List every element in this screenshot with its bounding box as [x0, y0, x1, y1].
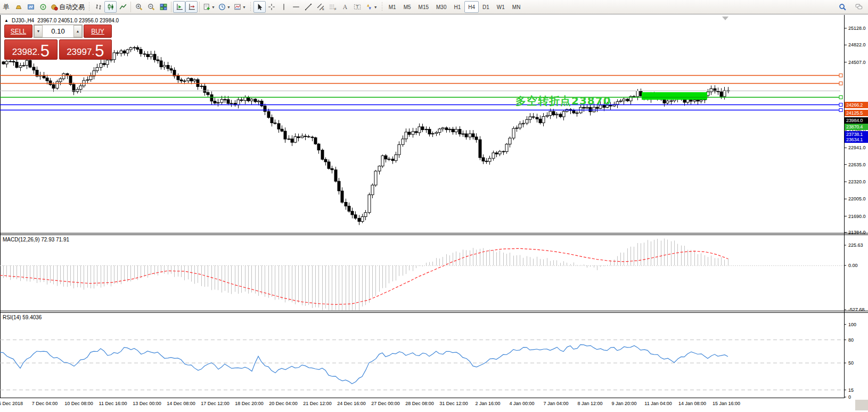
time-axis-label: 7 Dec 04:00	[32, 401, 58, 406]
chat-button[interactable]	[853, 1, 865, 13]
templates-button[interactable]: ▼	[232, 1, 248, 13]
rsi-axis-tick: 80	[848, 337, 854, 343]
time-axis-label: 7 Jan 04:00	[543, 401, 568, 406]
sell-button[interactable]: SELL	[4, 25, 32, 38]
chart-candles-button[interactable]	[104, 1, 117, 13]
autotrading-button[interactable]: 自动交易	[49, 1, 86, 13]
vertical-line-button[interactable]	[278, 1, 290, 13]
price-axis-tick: 21384.0	[848, 230, 866, 235]
price-axis-tick: 22005.0	[848, 196, 866, 201]
crosshair-button[interactable]	[266, 1, 278, 13]
arrows-icon	[365, 3, 373, 11]
price-label-24125.5: 24125.5	[845, 110, 868, 116]
new-order-button[interactable]: 单	[0, 1, 12, 13]
fibonacci-button[interactable]: F	[327, 1, 339, 13]
market-watch-icon[interactable]	[12, 1, 24, 13]
tile-windows-button[interactable]	[157, 1, 169, 13]
time-axis-label: 17 Dec 12:00	[201, 401, 230, 406]
macd-axis-tick: 0.00	[848, 263, 858, 268]
timeframe-mn-button[interactable]: MN	[509, 1, 525, 13]
scrollbar-corner	[855, 400, 868, 410]
text-button[interactable]: A	[339, 1, 351, 13]
market-watch-icon	[15, 3, 22, 11]
timeframe-d1-button[interactable]: D1	[479, 1, 493, 13]
time-axis-label: 14 Jan 08:00	[678, 401, 706, 406]
toolbar-separator	[250, 2, 252, 12]
price-label-23984.0: 23984.0	[845, 117, 868, 124]
trendline-button[interactable]	[302, 1, 315, 13]
time-axis-label: 9 Jan 20:00	[611, 401, 636, 406]
time-axis-label: 18 Dec 20:00	[235, 401, 264, 406]
navigator-icon[interactable]	[24, 1, 37, 13]
volume-stepper: ▼ 0.10 ▲	[34, 25, 83, 38]
horizontal-line-button[interactable]	[290, 1, 302, 13]
volume-decrease-button[interactable]: ▼	[34, 25, 43, 37]
timeframe-m5-button[interactable]: M5	[400, 1, 415, 13]
macd-histogram	[4, 239, 728, 311]
timeframe-m15-button[interactable]: M15	[415, 1, 432, 13]
chart-canvas[interactable]: 25128.024822.024507.023571.023256.022941…	[0, 15, 868, 412]
rsi-line	[0, 345, 728, 384]
buy-price-button[interactable]: 23997. 5	[59, 39, 112, 60]
navigator-icon	[27, 3, 35, 11]
price-label-24266.2: 24266.2	[845, 102, 868, 108]
templates-icon	[234, 3, 241, 11]
cursor-button[interactable]	[253, 1, 266, 13]
time-axis-label: 28 Dec 08:00	[405, 401, 434, 406]
buy-price-big-digit: 5	[95, 44, 104, 58]
price-label-23634.1: 23634.1	[845, 136, 868, 143]
chart-bars-button[interactable]	[92, 1, 104, 13]
periods-button[interactable]: ▼	[217, 1, 232, 13]
volume-input[interactable]: 0.10	[43, 25, 73, 37]
panel-collapse-icon[interactable]: ▲	[4, 18, 9, 23]
time-axis-label: 10 Dec 08:00	[64, 401, 93, 406]
signals-icon[interactable]	[37, 1, 49, 13]
chart-window: 25128.024822.024507.023571.023256.022941…	[0, 15, 868, 412]
rsi-indicator-label: RSI(14) 59.4036	[3, 314, 42, 320]
timeframe-m30-button[interactable]: M30	[432, 1, 450, 13]
svg-text:F: F	[334, 7, 337, 11]
zoom-in-button[interactable]	[133, 1, 145, 13]
rsi-axis-tick: 50	[848, 360, 854, 366]
candlestick-series	[2, 45, 730, 225]
price-axis-tick: 24822.0	[848, 42, 866, 47]
time-axis-label: 11 Jan 04:00	[644, 401, 672, 406]
buy-button[interactable]: BUY	[84, 25, 112, 38]
chart-bars-icon	[95, 3, 102, 11]
dropdown-caret-icon: ▼	[211, 5, 215, 9]
arrows-button[interactable]: ▼	[364, 1, 379, 13]
timeframe-h4-button[interactable]: H4	[464, 1, 479, 13]
timeframe-w1-button[interactable]: W1	[493, 1, 509, 13]
price-axis-tick: 24507.0	[848, 60, 866, 65]
channel-button[interactable]: E	[315, 1, 327, 13]
macd-indicator-label: MACD(12,26,9) 72.93 71.91	[3, 237, 69, 243]
volume-increase-button[interactable]: ▲	[73, 25, 82, 37]
timeframe-h1-button[interactable]: H1	[450, 1, 464, 13]
indicators-button[interactable]: ▼	[201, 1, 217, 13]
time-axis-label: 20 Dec 04:00	[269, 401, 298, 406]
zoom-out-button[interactable]	[145, 1, 157, 13]
svg-text:A: A	[343, 4, 348, 11]
macd-signal-line	[0, 248, 728, 304]
sell-price-button[interactable]: 23982. 5	[4, 39, 58, 60]
price-axis-tick: 22320.0	[848, 179, 866, 184]
search-icon	[839, 3, 846, 11]
svg-text:E: E	[322, 7, 324, 11]
chart-line-button[interactable]	[117, 1, 129, 13]
crosshair-icon	[268, 3, 275, 11]
chat-icon	[855, 3, 863, 11]
rsi-axis-tick: 100	[848, 322, 856, 327]
vline-icon	[280, 3, 288, 11]
price-axis-tick: 21690.0	[848, 214, 866, 219]
chart-shift-button[interactable]	[185, 1, 198, 13]
highlight-rectangle[interactable]	[642, 92, 707, 100]
fibonacci-icon: F	[329, 3, 337, 11]
hline-icon	[292, 3, 300, 11]
trendline-icon	[305, 3, 312, 11]
chart-annotation-text[interactable]: 多空转折点23870	[515, 94, 611, 108]
search-button[interactable]	[836, 1, 848, 13]
timeframe-m1-button[interactable]: M1	[385, 1, 400, 13]
label-button[interactable]: T	[351, 1, 364, 13]
auto-scroll-button[interactable]	[173, 1, 185, 13]
text-icon: A	[341, 3, 349, 11]
